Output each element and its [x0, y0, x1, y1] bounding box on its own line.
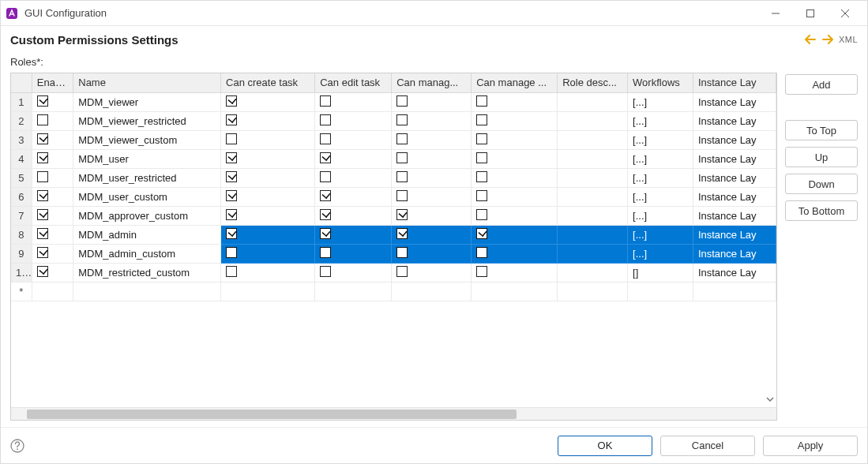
- col-can-manag[interactable]: Can manag...: [392, 73, 472, 92]
- cell-name[interactable]: MDM_user_custom: [73, 187, 221, 206]
- cell-instance[interactable]: Instance Lay: [693, 187, 776, 206]
- table-row[interactable]: 7MDM_approver_custom[...]Instance Lay: [11, 206, 776, 225]
- up-button[interactable]: Up: [785, 147, 858, 167]
- cell-enable[interactable]: [32, 92, 73, 111]
- cell-can-manage[interactable]: [472, 111, 558, 130]
- cell-instance[interactable]: Instance Lay: [693, 149, 776, 168]
- cell-can-edit[interactable]: [315, 206, 392, 225]
- cell-enable[interactable]: [32, 263, 73, 282]
- cell-can-manag[interactable]: [392, 206, 472, 225]
- cell-name[interactable]: MDM_user_restricted: [73, 168, 221, 187]
- cell-can-edit[interactable]: [315, 111, 392, 130]
- checkbox-icon[interactable]: [37, 95, 48, 107]
- maximize-button[interactable]: [793, 1, 828, 26]
- cell-can-create[interactable]: [221, 187, 315, 206]
- checkbox-icon[interactable]: [320, 209, 331, 220]
- cell-can-create[interactable]: [221, 111, 315, 130]
- cell-empty[interactable]: [221, 282, 315, 301]
- col-can-manage[interactable]: Can manage ...: [472, 73, 558, 92]
- minimize-button[interactable]: [758, 1, 793, 26]
- col-can-edit[interactable]: Can edit task: [315, 73, 392, 92]
- cell-role-desc[interactable]: [558, 244, 628, 263]
- cell-can-manag[interactable]: [392, 111, 472, 130]
- table-row[interactable]: 9MDM_admin_custom[...]Instance Lay: [11, 244, 776, 263]
- col-instance[interactable]: Instance Lay: [693, 73, 776, 92]
- roles-grid[interactable]: Enable Name Can create task Can edit tas…: [11, 73, 776, 407]
- cell-name[interactable]: MDM_approver_custom: [73, 206, 221, 225]
- col-name[interactable]: Name: [73, 73, 221, 92]
- cell-can-manage[interactable]: [472, 263, 558, 282]
- checkbox-icon[interactable]: [226, 171, 237, 182]
- checkbox-icon[interactable]: [476, 247, 487, 258]
- checkbox-icon[interactable]: [320, 266, 331, 277]
- add-button[interactable]: Add: [785, 74, 858, 95]
- checkbox-icon[interactable]: [396, 152, 408, 163]
- cell-workflows[interactable]: [...]: [628, 111, 693, 130]
- cell-enable[interactable]: [32, 168, 73, 187]
- cell-role-desc[interactable]: [558, 130, 628, 149]
- checkbox-icon[interactable]: [476, 171, 487, 182]
- cell-can-edit[interactable]: [315, 130, 392, 149]
- checkbox-icon[interactable]: [320, 247, 331, 258]
- cell-name[interactable]: MDM_restricted_custom: [73, 263, 221, 282]
- cell-workflows[interactable]: [...]: [628, 206, 693, 225]
- checkbox-icon[interactable]: [476, 209, 487, 220]
- checkbox-icon[interactable]: [226, 247, 237, 258]
- row-index[interactable]: 6: [11, 187, 32, 206]
- cell-enable[interactable]: [32, 111, 73, 130]
- cell-can-create[interactable]: [221, 206, 315, 225]
- cell-enable[interactable]: [32, 244, 73, 263]
- checkbox-icon[interactable]: [320, 114, 331, 125]
- table-row[interactable]: 8MDM_admin[...]Instance Lay: [11, 225, 776, 244]
- cell-workflows[interactable]: [...]: [628, 130, 693, 149]
- checkbox-icon[interactable]: [396, 266, 408, 277]
- cell-can-manage[interactable]: [472, 149, 558, 168]
- checkbox-icon[interactable]: [37, 247, 48, 258]
- cell-enable[interactable]: [32, 187, 73, 206]
- cell-empty[interactable]: [628, 282, 693, 301]
- checkbox-icon[interactable]: [37, 266, 48, 277]
- checkbox-icon[interactable]: [396, 114, 408, 125]
- table-row[interactable]: 2MDM_viewer_restricted[...]Instance Lay: [11, 111, 776, 130]
- cell-can-manage[interactable]: [472, 225, 558, 244]
- cell-instance[interactable]: Instance Lay: [693, 130, 776, 149]
- cell-workflows[interactable]: [...]: [628, 225, 693, 244]
- checkbox-icon[interactable]: [320, 133, 331, 144]
- cell-can-edit[interactable]: [315, 149, 392, 168]
- cell-workflows[interactable]: []: [628, 263, 693, 282]
- checkbox-icon[interactable]: [476, 266, 487, 277]
- down-button[interactable]: Down: [785, 174, 858, 194]
- cell-role-desc[interactable]: [558, 168, 628, 187]
- cell-instance[interactable]: Instance Lay: [693, 111, 776, 130]
- checkbox-icon[interactable]: [476, 133, 487, 144]
- cell-can-manage[interactable]: [472, 187, 558, 206]
- cancel-button[interactable]: Cancel: [660, 436, 755, 456]
- cell-can-manage[interactable]: [472, 244, 558, 263]
- cell-role-desc[interactable]: [558, 206, 628, 225]
- cell-can-manage[interactable]: [472, 168, 558, 187]
- close-button[interactable]: [828, 1, 862, 26]
- horizontal-scrollbar[interactable]: [11, 407, 776, 420]
- table-row-new[interactable]: *: [11, 282, 776, 301]
- ok-button[interactable]: OK: [558, 436, 652, 456]
- checkbox-icon[interactable]: [37, 190, 48, 201]
- to-top-button[interactable]: To Top: [785, 120, 858, 140]
- cell-can-create[interactable]: [221, 263, 315, 282]
- checkbox-icon[interactable]: [476, 152, 487, 163]
- checkbox-icon[interactable]: [476, 114, 487, 125]
- checkbox-icon[interactable]: [396, 209, 408, 220]
- row-index[interactable]: 9: [11, 244, 32, 263]
- cell-enable[interactable]: [32, 206, 73, 225]
- to-bottom-button[interactable]: To Bottom: [785, 200, 858, 221]
- table-row[interactable]: 4MDM_user[...]Instance Lay: [11, 149, 776, 168]
- checkbox-icon[interactable]: [37, 171, 48, 182]
- checkbox-icon[interactable]: [396, 228, 408, 239]
- cell-empty[interactable]: [472, 282, 558, 301]
- checkbox-icon[interactable]: [226, 266, 237, 277]
- col-can-create[interactable]: Can create task: [221, 73, 315, 92]
- xml-link[interactable]: XML: [839, 35, 858, 44]
- row-index[interactable]: 8: [11, 225, 32, 244]
- help-icon[interactable]: [10, 439, 24, 453]
- checkbox-icon[interactable]: [37, 228, 48, 239]
- row-index[interactable]: 1: [11, 92, 32, 111]
